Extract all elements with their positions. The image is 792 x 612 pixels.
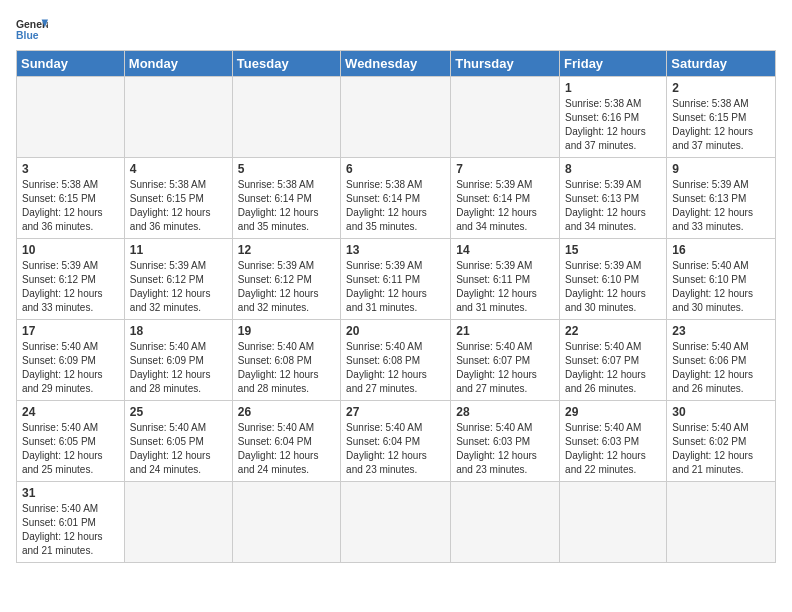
calendar-cell: [124, 77, 232, 158]
calendar-cell: [560, 482, 667, 563]
day-number: 22: [565, 324, 661, 338]
day-number: 11: [130, 243, 227, 257]
calendar-cell: 13Sunrise: 5:39 AM Sunset: 6:11 PM Dayli…: [341, 239, 451, 320]
calendar-cell: 16Sunrise: 5:40 AM Sunset: 6:10 PM Dayli…: [667, 239, 776, 320]
day-number: 21: [456, 324, 554, 338]
day-number: 2: [672, 81, 770, 95]
calendar-cell: 10Sunrise: 5:39 AM Sunset: 6:12 PM Dayli…: [17, 239, 125, 320]
day-number: 30: [672, 405, 770, 419]
day-info: Sunrise: 5:39 AM Sunset: 6:11 PM Dayligh…: [346, 259, 445, 315]
calendar-week-row: 1Sunrise: 5:38 AM Sunset: 6:16 PM Daylig…: [17, 77, 776, 158]
day-info: Sunrise: 5:39 AM Sunset: 6:12 PM Dayligh…: [238, 259, 335, 315]
calendar-header-thursday: Thursday: [451, 51, 560, 77]
calendar-cell: 20Sunrise: 5:40 AM Sunset: 6:08 PM Dayli…: [341, 320, 451, 401]
day-number: 10: [22, 243, 119, 257]
calendar-cell: 21Sunrise: 5:40 AM Sunset: 6:07 PM Dayli…: [451, 320, 560, 401]
day-number: 29: [565, 405, 661, 419]
calendar-cell: [451, 77, 560, 158]
day-info: Sunrise: 5:40 AM Sunset: 6:05 PM Dayligh…: [22, 421, 119, 477]
day-number: 23: [672, 324, 770, 338]
svg-text:Blue: Blue: [16, 30, 39, 41]
day-number: 1: [565, 81, 661, 95]
calendar-cell: 31Sunrise: 5:40 AM Sunset: 6:01 PM Dayli…: [17, 482, 125, 563]
calendar-cell: 8Sunrise: 5:39 AM Sunset: 6:13 PM Daylig…: [560, 158, 667, 239]
day-info: Sunrise: 5:39 AM Sunset: 6:13 PM Dayligh…: [565, 178, 661, 234]
calendar-cell: 2Sunrise: 5:38 AM Sunset: 6:15 PM Daylig…: [667, 77, 776, 158]
day-number: 26: [238, 405, 335, 419]
day-number: 7: [456, 162, 554, 176]
day-info: Sunrise: 5:39 AM Sunset: 6:14 PM Dayligh…: [456, 178, 554, 234]
logo: General Blue: [16, 16, 48, 44]
day-info: Sunrise: 5:40 AM Sunset: 6:09 PM Dayligh…: [22, 340, 119, 396]
calendar-week-row: 3Sunrise: 5:38 AM Sunset: 6:15 PM Daylig…: [17, 158, 776, 239]
day-info: Sunrise: 5:39 AM Sunset: 6:12 PM Dayligh…: [22, 259, 119, 315]
calendar-header-row: SundayMondayTuesdayWednesdayThursdayFrid…: [17, 51, 776, 77]
calendar-week-row: 17Sunrise: 5:40 AM Sunset: 6:09 PM Dayli…: [17, 320, 776, 401]
day-number: 5: [238, 162, 335, 176]
calendar-cell: 5Sunrise: 5:38 AM Sunset: 6:14 PM Daylig…: [232, 158, 340, 239]
day-info: Sunrise: 5:39 AM Sunset: 6:10 PM Dayligh…: [565, 259, 661, 315]
day-info: Sunrise: 5:39 AM Sunset: 6:13 PM Dayligh…: [672, 178, 770, 234]
day-info: Sunrise: 5:38 AM Sunset: 6:15 PM Dayligh…: [672, 97, 770, 153]
calendar-week-row: 10Sunrise: 5:39 AM Sunset: 6:12 PM Dayli…: [17, 239, 776, 320]
day-info: Sunrise: 5:38 AM Sunset: 6:14 PM Dayligh…: [238, 178, 335, 234]
calendar-cell: 19Sunrise: 5:40 AM Sunset: 6:08 PM Dayli…: [232, 320, 340, 401]
calendar-cell: [232, 482, 340, 563]
calendar-cell: 17Sunrise: 5:40 AM Sunset: 6:09 PM Dayli…: [17, 320, 125, 401]
day-info: Sunrise: 5:40 AM Sunset: 6:01 PM Dayligh…: [22, 502, 119, 558]
calendar-cell: 29Sunrise: 5:40 AM Sunset: 6:03 PM Dayli…: [560, 401, 667, 482]
calendar-header-monday: Monday: [124, 51, 232, 77]
day-number: 9: [672, 162, 770, 176]
calendar-cell: 22Sunrise: 5:40 AM Sunset: 6:07 PM Dayli…: [560, 320, 667, 401]
calendar-cell: 7Sunrise: 5:39 AM Sunset: 6:14 PM Daylig…: [451, 158, 560, 239]
calendar-cell: 4Sunrise: 5:38 AM Sunset: 6:15 PM Daylig…: [124, 158, 232, 239]
day-info: Sunrise: 5:40 AM Sunset: 6:08 PM Dayligh…: [346, 340, 445, 396]
day-number: 3: [22, 162, 119, 176]
day-info: Sunrise: 5:38 AM Sunset: 6:14 PM Dayligh…: [346, 178, 445, 234]
calendar-cell: 3Sunrise: 5:38 AM Sunset: 6:15 PM Daylig…: [17, 158, 125, 239]
calendar-cell: 15Sunrise: 5:39 AM Sunset: 6:10 PM Dayli…: [560, 239, 667, 320]
day-info: Sunrise: 5:40 AM Sunset: 6:02 PM Dayligh…: [672, 421, 770, 477]
calendar-cell: 6Sunrise: 5:38 AM Sunset: 6:14 PM Daylig…: [341, 158, 451, 239]
calendar-cell: [341, 482, 451, 563]
day-number: 14: [456, 243, 554, 257]
day-number: 16: [672, 243, 770, 257]
day-info: Sunrise: 5:40 AM Sunset: 6:05 PM Dayligh…: [130, 421, 227, 477]
calendar-cell: [232, 77, 340, 158]
day-info: Sunrise: 5:40 AM Sunset: 6:04 PM Dayligh…: [238, 421, 335, 477]
calendar-cell: 24Sunrise: 5:40 AM Sunset: 6:05 PM Dayli…: [17, 401, 125, 482]
calendar-cell: 1Sunrise: 5:38 AM Sunset: 6:16 PM Daylig…: [560, 77, 667, 158]
day-number: 8: [565, 162, 661, 176]
calendar-cell: 25Sunrise: 5:40 AM Sunset: 6:05 PM Dayli…: [124, 401, 232, 482]
day-info: Sunrise: 5:40 AM Sunset: 6:06 PM Dayligh…: [672, 340, 770, 396]
day-number: 15: [565, 243, 661, 257]
day-info: Sunrise: 5:40 AM Sunset: 6:09 PM Dayligh…: [130, 340, 227, 396]
calendar-cell: [451, 482, 560, 563]
day-number: 20: [346, 324, 445, 338]
page-header: General Blue: [16, 16, 776, 44]
calendar-cell: 14Sunrise: 5:39 AM Sunset: 6:11 PM Dayli…: [451, 239, 560, 320]
day-number: 6: [346, 162, 445, 176]
day-info: Sunrise: 5:40 AM Sunset: 6:03 PM Dayligh…: [565, 421, 661, 477]
calendar-cell: 28Sunrise: 5:40 AM Sunset: 6:03 PM Dayli…: [451, 401, 560, 482]
day-number: 17: [22, 324, 119, 338]
calendar-cell: [124, 482, 232, 563]
day-info: Sunrise: 5:39 AM Sunset: 6:11 PM Dayligh…: [456, 259, 554, 315]
calendar-week-row: 24Sunrise: 5:40 AM Sunset: 6:05 PM Dayli…: [17, 401, 776, 482]
calendar-cell: 18Sunrise: 5:40 AM Sunset: 6:09 PM Dayli…: [124, 320, 232, 401]
day-info: Sunrise: 5:40 AM Sunset: 6:08 PM Dayligh…: [238, 340, 335, 396]
day-info: Sunrise: 5:38 AM Sunset: 6:15 PM Dayligh…: [22, 178, 119, 234]
calendar-header-saturday: Saturday: [667, 51, 776, 77]
day-info: Sunrise: 5:38 AM Sunset: 6:16 PM Dayligh…: [565, 97, 661, 153]
calendar-cell: 26Sunrise: 5:40 AM Sunset: 6:04 PM Dayli…: [232, 401, 340, 482]
day-info: Sunrise: 5:40 AM Sunset: 6:03 PM Dayligh…: [456, 421, 554, 477]
calendar-cell: 9Sunrise: 5:39 AM Sunset: 6:13 PM Daylig…: [667, 158, 776, 239]
calendar-cell: 30Sunrise: 5:40 AM Sunset: 6:02 PM Dayli…: [667, 401, 776, 482]
day-info: Sunrise: 5:40 AM Sunset: 6:07 PM Dayligh…: [565, 340, 661, 396]
day-info: Sunrise: 5:39 AM Sunset: 6:12 PM Dayligh…: [130, 259, 227, 315]
day-info: Sunrise: 5:40 AM Sunset: 6:04 PM Dayligh…: [346, 421, 445, 477]
calendar-cell: [17, 77, 125, 158]
day-info: Sunrise: 5:40 AM Sunset: 6:07 PM Dayligh…: [456, 340, 554, 396]
day-number: 25: [130, 405, 227, 419]
calendar-cell: 23Sunrise: 5:40 AM Sunset: 6:06 PM Dayli…: [667, 320, 776, 401]
